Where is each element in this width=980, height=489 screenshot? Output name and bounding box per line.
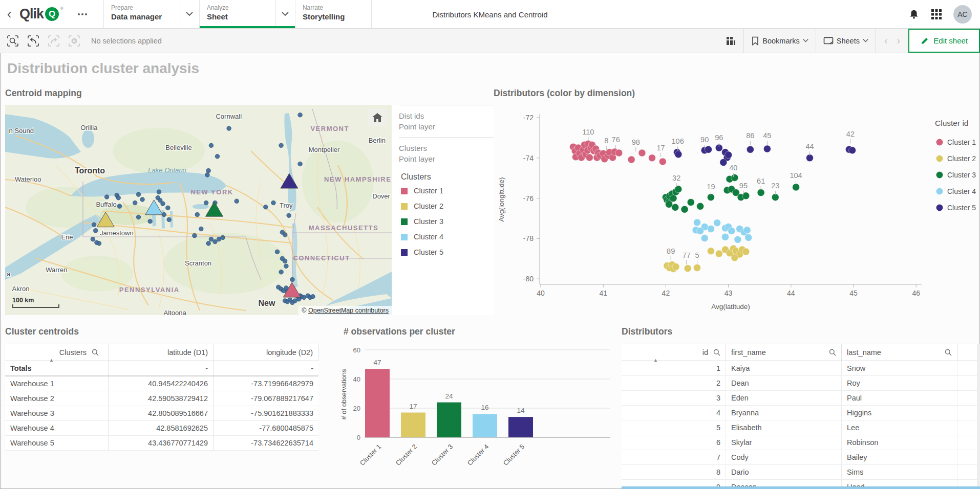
map-distributor-dot[interactable] xyxy=(275,250,280,254)
map-legend-item[interactable]: Cluster 1 xyxy=(401,187,494,195)
search-icon[interactable] xyxy=(829,349,836,356)
scatter-point[interactable] xyxy=(701,235,708,242)
bar[interactable] xyxy=(365,369,390,437)
map-distributor-dot[interactable] xyxy=(104,195,109,199)
scatter-chart[interactable]: -72-74-76-78-8040414243444546Avg(longitu… xyxy=(494,102,980,322)
scatter-point[interactable] xyxy=(743,227,751,234)
scatter-point[interactable] xyxy=(659,158,666,165)
map-legend-item[interactable]: Cluster 3 xyxy=(401,217,494,226)
nav-analyze-dropdown[interactable] xyxy=(275,0,295,28)
search-icon[interactable] xyxy=(713,349,720,356)
map-distributor-dot[interactable] xyxy=(195,212,200,217)
map-distributor-dot[interactable] xyxy=(311,295,315,299)
scatter-point[interactable] xyxy=(586,154,593,161)
map-distributor-dot[interactable] xyxy=(93,228,98,233)
column-header-latitude-d1-[interactable]: latitude (D1) xyxy=(109,344,214,361)
scatter-point[interactable] xyxy=(745,234,752,241)
column-header-last_name[interactable]: last_name xyxy=(842,344,957,361)
map-distributor-dot[interactable] xyxy=(271,201,276,205)
map-distributor-dot[interactable] xyxy=(136,192,141,197)
back-button[interactable]: ‹ xyxy=(0,0,18,28)
bookmarks-button[interactable]: Bookmarks xyxy=(743,29,816,53)
scatter-point[interactable] xyxy=(720,159,727,166)
bar[interactable] xyxy=(508,417,533,437)
search-icon[interactable] xyxy=(92,349,99,356)
scatter-point[interactable] xyxy=(694,219,701,226)
table-row[interactable]: Warehouse 242.590538729412-79.0678892176… xyxy=(5,391,318,406)
smart-search-icon[interactable] xyxy=(5,33,20,49)
scatter-point[interactable] xyxy=(675,186,682,193)
scatter-point[interactable] xyxy=(728,227,735,234)
map-distributor-dot[interactable] xyxy=(287,213,291,218)
map-layer-item[interactable]: ClustersPoint layer xyxy=(399,138,494,169)
scatter-legend-label[interactable]: Cluster 5 xyxy=(947,204,976,212)
bar-chart[interactable]: 6040200# of observations47Cluster 117Clu… xyxy=(338,341,614,489)
map-distributor-dot[interactable] xyxy=(283,259,287,263)
map-legend-item[interactable]: Cluster 5 xyxy=(401,248,494,256)
scatter-point[interactable] xyxy=(684,265,691,272)
horizontal-scrollbar[interactable] xyxy=(622,486,980,489)
map-distributor-dot[interactable] xyxy=(213,239,218,244)
nav-prepare-main[interactable]: Prepare Data manager xyxy=(104,0,180,28)
map-home-button[interactable] xyxy=(368,109,387,126)
osm-link[interactable]: OpenStreetMap contributors xyxy=(308,307,389,314)
map-distributor-dot[interactable] xyxy=(166,206,171,210)
map-distributor-dot[interactable] xyxy=(205,173,210,177)
table-row[interactable]: 6SkylarRobinson xyxy=(622,435,980,450)
map-distributor-dot[interactable] xyxy=(193,233,197,238)
scatter-point[interactable] xyxy=(707,248,714,255)
map-distributor-dot[interactable] xyxy=(206,241,211,246)
x-category-label[interactable]: Cluster 3 xyxy=(430,443,454,467)
map-distributor-dot[interactable] xyxy=(209,237,214,241)
map-distributor-dot[interactable] xyxy=(204,201,208,205)
bar[interactable] xyxy=(437,403,461,437)
vertical-scrollbar[interactable] xyxy=(977,344,980,489)
scatter-point[interactable] xyxy=(725,151,732,159)
scatter-point[interactable] xyxy=(675,151,682,158)
scatter-point[interactable] xyxy=(714,219,721,227)
map-distributor-dot[interactable] xyxy=(264,205,268,209)
scatter-point[interactable] xyxy=(615,149,623,157)
column-header-first_name[interactable]: first_name xyxy=(726,344,842,361)
scatter-legend-label[interactable]: Cluster 3 xyxy=(947,171,976,179)
scatter-legend-label[interactable]: Cluster 4 xyxy=(947,187,976,195)
table-row[interactable]: Warehouse 140.945422240426-73.7199664829… xyxy=(5,376,318,391)
map-layer-item[interactable]: Dist idsPoint layer xyxy=(399,105,494,138)
scatter-point[interactable] xyxy=(742,248,750,255)
sheets-button[interactable]: Sheets xyxy=(816,29,876,53)
map-canvas[interactable]: n SoundOrilliaCornwallVERMONTBerlinMontp… xyxy=(5,105,392,315)
nav-prepare-dropdown[interactable] xyxy=(180,0,199,28)
scatter-point[interactable] xyxy=(715,250,722,257)
map-distributor-dot[interactable] xyxy=(298,113,303,117)
table-row[interactable]: 2DeanRoy xyxy=(622,376,980,391)
app-launcher-button[interactable] xyxy=(931,9,942,20)
scatter-point[interactable] xyxy=(649,154,656,162)
table-row[interactable]: Warehouse 342.805089516667-75.9016218833… xyxy=(5,406,318,421)
map-distributor-dot[interactable] xyxy=(209,143,214,148)
map-legend-item[interactable]: Cluster 4 xyxy=(401,233,494,241)
map-distributor-dot[interactable] xyxy=(136,215,141,219)
scatter-point[interactable] xyxy=(628,156,635,163)
map-distributor-dot[interactable] xyxy=(235,199,239,204)
scatter-point[interactable] xyxy=(721,233,729,240)
map-distributor-dot[interactable] xyxy=(221,235,225,240)
table-row[interactable]: 1KaiyaSnow xyxy=(622,361,980,376)
edit-sheet-button[interactable]: Edit sheet xyxy=(908,29,980,53)
scatter-point[interactable] xyxy=(707,225,714,232)
scatter-point[interactable] xyxy=(734,236,741,243)
map-chart[interactable]: n SoundOrilliaCornwallVERMONTBerlinMontp… xyxy=(5,105,392,315)
map-distributor-dot[interactable] xyxy=(283,233,287,237)
map-distributor-dot[interactable] xyxy=(91,237,95,241)
scatter-legend-label[interactable]: Cluster 2 xyxy=(947,154,976,163)
column-header-id[interactable]: id xyxy=(622,344,726,361)
map-distributor-dot[interactable] xyxy=(167,217,172,222)
table-row[interactable]: 4BryannaHiggins xyxy=(622,406,980,420)
scatter-point[interactable] xyxy=(672,204,679,211)
x-category-label[interactable]: Cluster 5 xyxy=(502,443,526,467)
scatter-point[interactable] xyxy=(731,254,738,261)
more-options-button[interactable] xyxy=(69,0,96,28)
scatter-point[interactable] xyxy=(705,146,712,153)
scatter-point[interactable] xyxy=(672,263,679,271)
column-header-longitude-d2-[interactable]: longitude (D2) xyxy=(214,344,318,361)
table-row[interactable]: 8DarioSims xyxy=(622,465,980,480)
